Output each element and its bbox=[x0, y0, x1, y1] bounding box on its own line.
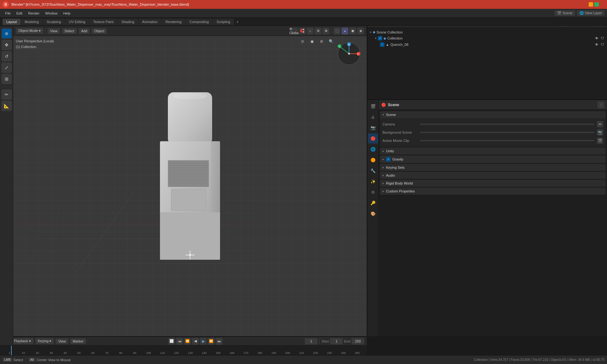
move-tool[interactable]: ✥ bbox=[2, 40, 12, 50]
background-scene-value[interactable] bbox=[420, 132, 594, 133]
prop-material-icon[interactable]: 🎨 bbox=[368, 209, 378, 219]
quench-checkbox[interactable]: ✓ bbox=[380, 42, 384, 47]
wire-shading[interactable]: ⬚ bbox=[334, 27, 340, 34]
tab-rendering[interactable]: Rendering bbox=[162, 19, 185, 25]
play-btn[interactable]: ▶ bbox=[200, 338, 207, 345]
tab-layout[interactable]: Layout bbox=[3, 19, 21, 25]
maximize-button[interactable] bbox=[594, 2, 599, 7]
prop-render-icon[interactable]: 🎬 bbox=[368, 101, 378, 111]
collection-visibility[interactable]: 👁 bbox=[594, 36, 599, 40]
current-frame[interactable]: 1 bbox=[305, 338, 317, 344]
3d-viewport[interactable]: User Perspective (Local) (1) Collection bbox=[13, 36, 367, 336]
viewport-search-icon[interactable]: 🔍 bbox=[327, 37, 335, 46]
prop-particles-icon[interactable]: ✨ bbox=[368, 176, 378, 186]
scale-tool[interactable]: ⤢ bbox=[2, 63, 12, 73]
minimize-button[interactable] bbox=[589, 2, 593, 7]
annotate-tool[interactable]: ✏ bbox=[2, 89, 12, 100]
quench-options[interactable]: 🛡 bbox=[600, 42, 604, 47]
object-menu[interactable]: Object bbox=[92, 28, 107, 34]
view-menu[interactable]: View bbox=[47, 28, 60, 34]
tab-uv-editing[interactable]: UV Editing bbox=[65, 19, 89, 25]
cursor-tool[interactable]: ⊕ bbox=[2, 28, 12, 39]
overlay-toggle[interactable]: ⊚ bbox=[315, 27, 322, 34]
material-shading[interactable]: ◉ bbox=[349, 27, 356, 34]
add-workspace-button[interactable]: + bbox=[234, 19, 241, 25]
camera-edit-btn[interactable]: ✏ bbox=[597, 121, 603, 127]
prop-physics-icon[interactable]: ⚙ bbox=[368, 187, 378, 197]
play-reverse-btn[interactable]: ◀ bbox=[192, 338, 199, 345]
camera-value[interactable] bbox=[420, 124, 594, 125]
gravity-checkbox[interactable]: ✓ bbox=[386, 157, 390, 161]
prop-output-icon[interactable]: 🖨 bbox=[368, 112, 378, 122]
object-mode-dropdown[interactable]: Object Mode ▾ bbox=[16, 28, 43, 34]
snap-toggle[interactable]: 🧲 bbox=[299, 27, 306, 34]
prev-frame-btn[interactable]: ⏪ bbox=[184, 338, 191, 345]
quench-visibility[interactable]: 👁 bbox=[594, 42, 599, 47]
close-button[interactable] bbox=[600, 2, 604, 7]
outliner-scene-collection[interactable]: ▾ ◆ Scene Collection bbox=[367, 29, 607, 35]
keying-sets-header[interactable]: ▸ Keying Sets bbox=[380, 164, 606, 171]
keying-menu[interactable]: Keying ▾ bbox=[35, 338, 54, 344]
menu-edit[interactable]: Edit bbox=[14, 10, 25, 16]
transform-tool[interactable]: ⊞ bbox=[2, 74, 12, 84]
rigid-body-world-header[interactable]: ▸ Rigid Body World bbox=[380, 180, 606, 187]
tab-texture-paint[interactable]: Texture Paint bbox=[89, 19, 117, 25]
global-orient[interactable]: ⊕ Global bbox=[291, 27, 298, 34]
gizmo-toggle[interactable]: ⊗ bbox=[322, 27, 329, 34]
background-scene-icon[interactable]: 📷 bbox=[597, 129, 603, 136]
tab-shading[interactable]: Shading bbox=[118, 19, 138, 25]
gravity-section-header[interactable]: ▸ ✓ Gravity bbox=[380, 155, 606, 163]
proportional-edit[interactable]: ○ bbox=[307, 27, 314, 34]
props-menu-btn[interactable]: ⋮ bbox=[598, 101, 604, 108]
collection-options[interactable]: 🛡 bbox=[600, 36, 604, 40]
prop-modifier-icon[interactable]: 🔧 bbox=[368, 166, 378, 176]
tab-sculpting[interactable]: Sculpting bbox=[43, 19, 65, 25]
menu-file[interactable]: File bbox=[3, 10, 13, 16]
add-menu[interactable]: Add bbox=[79, 28, 90, 34]
jump-end-btn[interactable]: ⏭ bbox=[216, 338, 223, 345]
timeline-ruler[interactable]: 1 10 20 30 40 50 60 70 80 90 100 110 120… bbox=[0, 346, 367, 356]
outliner-collection[interactable]: ▾ ✓ ◆ Collection 👁 🛡 bbox=[367, 35, 607, 41]
units-section-header[interactable]: ▸ Units bbox=[380, 148, 606, 155]
render-shading[interactable]: ◈ bbox=[357, 27, 364, 34]
movie-clip-value[interactable] bbox=[420, 140, 594, 141]
menu-render[interactable]: Render bbox=[26, 10, 42, 16]
end-frame[interactable]: 250 bbox=[352, 338, 364, 344]
view-layer-selector[interactable]: 🌐 View Layer bbox=[577, 10, 604, 16]
movie-clip-icon[interactable]: 🎬 bbox=[597, 137, 603, 144]
jump-start-btn[interactable]: ⏮ bbox=[176, 338, 183, 345]
rotate-tool[interactable]: ↺ bbox=[2, 51, 12, 61]
prop-scene-icon[interactable]: 🔴 bbox=[368, 133, 378, 143]
tl-100: 100 bbox=[142, 351, 156, 355]
collection-checkbox[interactable]: ✓ bbox=[378, 36, 382, 40]
tab-compositing[interactable]: Compositing bbox=[186, 19, 212, 25]
viewport-overlay-icon[interactable]: ◉ bbox=[308, 37, 316, 46]
tab-modeling[interactable]: Modeling bbox=[21, 19, 43, 25]
custom-properties-header[interactable]: ▸ Custom Properties bbox=[380, 188, 606, 195]
select-menu[interactable]: Select bbox=[62, 28, 77, 34]
audio-section-header[interactable]: ▸ Audio bbox=[380, 172, 606, 179]
scene-selector[interactable]: 🎬 Scene bbox=[555, 10, 575, 16]
prop-constraints-icon[interactable]: 🔑 bbox=[368, 198, 378, 208]
playback-menu[interactable]: Playback ▾ bbox=[11, 338, 34, 344]
view-menu-timeline[interactable]: View bbox=[56, 338, 68, 344]
prop-object-icon[interactable]: 🟠 bbox=[368, 155, 378, 165]
solid-shading[interactable]: ● bbox=[341, 27, 348, 34]
tab-scripting[interactable]: Scripting bbox=[213, 19, 234, 25]
measure-tool[interactable]: 📐 bbox=[2, 101, 12, 111]
viewport-xray-icon[interactable]: ⊘ bbox=[317, 37, 326, 46]
scene-section-header[interactable]: ▾ Scene bbox=[380, 111, 606, 118]
marker-menu[interactable]: Marker bbox=[70, 338, 86, 344]
viewport-gizmo-icon[interactable]: ⊙ bbox=[298, 37, 307, 46]
prop-view-layer-icon[interactable]: 📷 bbox=[368, 123, 378, 133]
tab-animation[interactable]: Animation bbox=[138, 19, 162, 25]
start-frame[interactable]: 1 bbox=[330, 338, 343, 344]
stop-btn[interactable]: ⬜ bbox=[168, 338, 175, 345]
next-frame-btn[interactable]: ⏩ bbox=[208, 338, 215, 345]
prop-world-icon[interactable]: 🌐 bbox=[368, 144, 378, 154]
navigation-widget[interactable]: X Y Z bbox=[336, 41, 362, 66]
menu-help[interactable]: Help bbox=[61, 10, 73, 16]
menu-window[interactable]: Window bbox=[43, 10, 60, 16]
tl-230: 230 bbox=[322, 351, 336, 355]
outliner-quench[interactable]: ✓ ▲ Quench_08 👁 🛡 bbox=[367, 41, 607, 48]
